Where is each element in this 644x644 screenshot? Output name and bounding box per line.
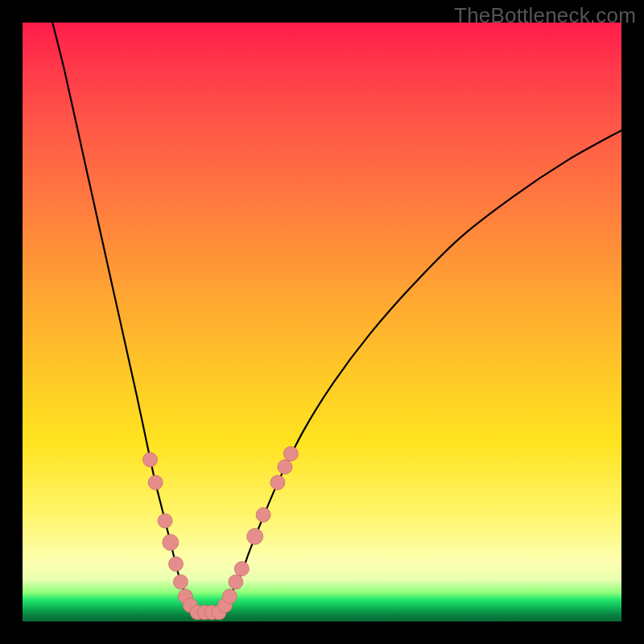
bead-marker [148, 475, 163, 489]
bead-marker [169, 557, 184, 572]
bead-marker [234, 562, 249, 576]
curve-left-arm [52, 23, 195, 613]
bead-marker [229, 575, 243, 589]
bead-marker [173, 575, 188, 589]
chart-plot-area [23, 23, 621, 621]
bead-marker [143, 452, 158, 467]
chart-frame: TheBottleneck.com [0, 0, 644, 644]
bead-marker [247, 528, 263, 544]
bead-marker [256, 508, 270, 522]
watermark-text: TheBottleneck.com [454, 3, 636, 28]
bead-markers [143, 447, 299, 620]
bead-marker [222, 589, 237, 604]
bead-marker [278, 460, 292, 474]
bead-marker [283, 447, 298, 461]
bead-marker [158, 514, 172, 528]
curve-right-arm [221, 130, 621, 613]
bead-marker [270, 475, 285, 489]
bead-marker [163, 535, 179, 551]
chart-overlay-svg [23, 23, 621, 621]
